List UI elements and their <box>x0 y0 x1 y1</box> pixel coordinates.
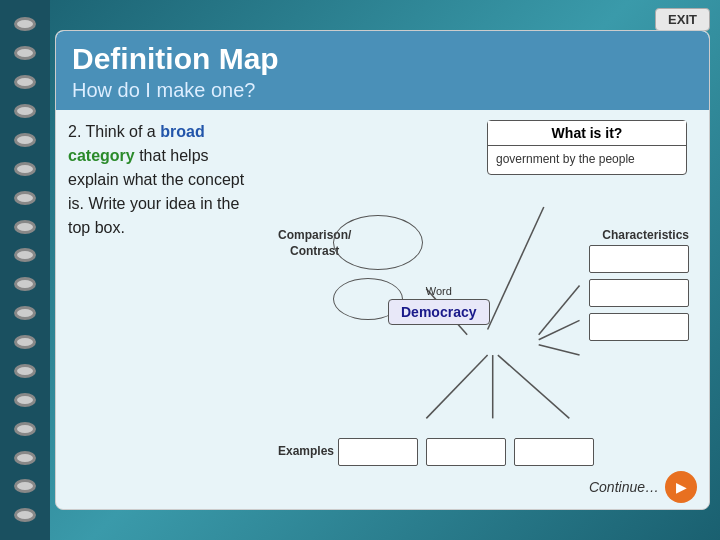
example-boxes <box>338 438 594 466</box>
spiral-ring <box>14 17 36 31</box>
word-label: Word <box>388 285 490 297</box>
spiral-ring <box>14 191 36 205</box>
word-box-container: Word Democracy <box>388 285 490 325</box>
char-box-1 <box>589 245 689 273</box>
spiral-ring <box>14 479 36 493</box>
spiral-ring <box>14 104 36 118</box>
example-box-3 <box>514 438 594 466</box>
svg-line-4 <box>539 345 580 355</box>
page-title: Definition Map <box>72 41 693 77</box>
word-box: Democracy <box>388 299 490 325</box>
spiral-ring <box>14 364 36 378</box>
main-card: Definition Map How do I make one? 2. Thi… <box>55 30 710 510</box>
svg-line-7 <box>498 355 570 418</box>
what-is-it-label: What is it? <box>488 121 686 146</box>
spiral-ring <box>14 75 36 89</box>
notebook-spine <box>0 0 50 540</box>
category-text: category <box>68 147 135 164</box>
spiral-ring <box>14 46 36 60</box>
card-body: 2. Think of a broad category that helps … <box>56 110 709 498</box>
spiral-ring <box>14 508 36 522</box>
svg-line-2 <box>539 286 580 335</box>
continue-button-container: Continue… <box>589 471 697 503</box>
continue-label: Continue… <box>589 479 659 495</box>
char-box-3 <box>589 313 689 341</box>
spiral-ring <box>14 277 36 291</box>
char-box-2 <box>589 279 689 307</box>
instruction-text: 2. Think of a broad category that helps … <box>68 120 268 488</box>
spiral-ring <box>14 451 36 465</box>
spiral-ring <box>14 220 36 234</box>
spiral-ring <box>14 335 36 349</box>
card-header: Definition Map How do I make one? <box>56 31 709 110</box>
what-is-it-box: What is it? government by the people <box>487 120 687 175</box>
spiral-ring <box>14 306 36 320</box>
ellipse-large <box>333 215 423 270</box>
spiral-ring <box>14 422 36 436</box>
spiral-ring <box>14 393 36 407</box>
svg-line-5 <box>426 355 487 418</box>
svg-line-3 <box>539 320 580 339</box>
characteristics-label: Characteristics <box>602 228 689 242</box>
example-box-2 <box>426 438 506 466</box>
examples-label: Examples <box>278 444 334 458</box>
example-box-1 <box>338 438 418 466</box>
svg-line-0 <box>488 207 544 330</box>
continue-button[interactable] <box>665 471 697 503</box>
instruction-number: 2. <box>68 123 86 140</box>
characteristics-boxes <box>589 245 689 341</box>
exit-button[interactable]: EXIT <box>655 8 710 31</box>
spiral-ring <box>14 248 36 262</box>
broad-text: broad <box>160 123 204 140</box>
spiral-ring <box>14 133 36 147</box>
spiral-ring <box>14 162 36 176</box>
diagram-area: What is it? government by the people Com… <box>268 120 697 488</box>
card-subtitle: How do I make one? <box>72 79 693 102</box>
what-is-it-content: government by the people <box>488 146 686 174</box>
